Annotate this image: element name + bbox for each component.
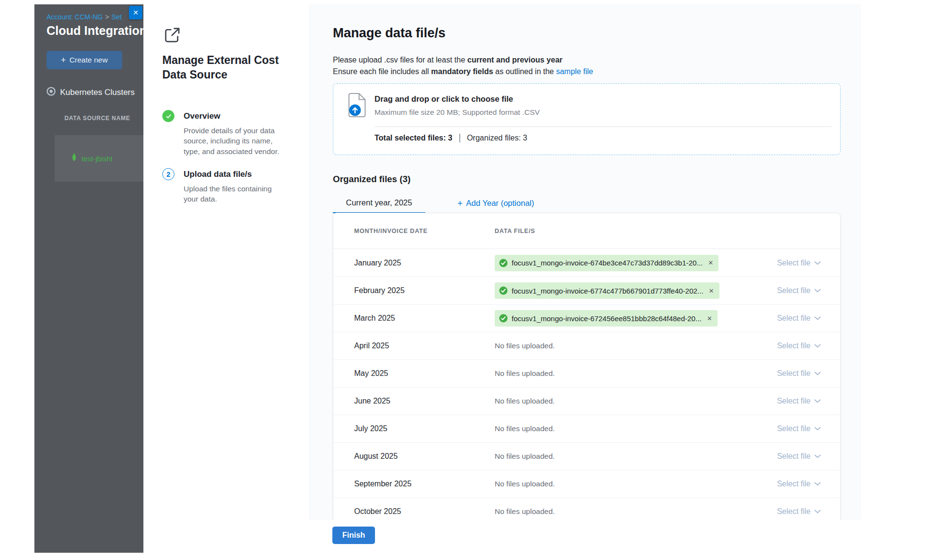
table-row: April 2025 No files uploaded. Select fil… [333,332,840,359]
wizard-title: Manage External Cost Data Source [162,53,298,82]
no-files-text: No files uploaded. [495,342,555,350]
tab-kubernetes-label: Kubernetes Clusters [60,88,135,97]
add-year-button[interactable]: + Add Year (optional) [457,193,534,213]
organized-files-heading: Organized files (3) [333,174,410,185]
select-file-dropdown[interactable]: Select file [777,342,821,350]
instruction-2-text: Ensure each file includes all [333,67,431,76]
file-chip[interactable]: focusv1_mongo-invoice-6774c477b667901d77… [495,282,719,299]
dropzone-divider [375,126,831,127]
file-chip-name: focusv1_mongo-invoice-674be3ce47c73d37dd… [512,259,703,267]
chevron-down-icon [814,289,821,293]
file-chip[interactable]: focusv1_mongo-invoice-674be3ce47c73d37dd… [495,255,718,271]
table-row: August 2025 No files uploaded. Select fi… [333,442,840,470]
select-file-label: Select file [777,507,811,516]
select-file-label: Select file [777,286,811,295]
remove-file-icon[interactable]: ✕ [709,287,714,295]
file-dropzone[interactable]: Drag and drop or click to choose file Ma… [333,83,841,155]
select-file-dropdown[interactable]: Select file [777,369,821,378]
select-file-dropdown[interactable]: Select file [777,452,821,461]
file-chip-name: focusv1_mongo-invoice-672456ee851bbb28c6… [512,314,702,323]
background-page: Account: CCM-NG>Set Cloud Integration + … [34,4,143,553]
year-tabs: Current year, 2025 + Add Year (optional) [333,193,425,213]
page-title: Cloud Integration [47,24,143,38]
file-cell: focusv1_mongo-invoice-6774c477b667901d77… [495,282,777,299]
file-chip-name: focusv1_mongo-invoice-6774c477b667901d77… [512,287,703,295]
instruction-2-text-2: as outlined in the [493,67,556,76]
no-files-text: No files uploaded. [495,480,555,488]
select-file-dropdown[interactable]: Select file [777,507,821,516]
no-files-text: No files uploaded. [495,397,555,405]
select-file-label: Select file [777,397,811,405]
breadcrumb-section-link[interactable]: Set [111,13,122,21]
select-file-dropdown[interactable]: Select file [777,397,821,405]
file-success-check-icon [499,259,508,267]
manage-data-files-panel: Manage data file/s Please upload .csv fi… [310,4,861,520]
select-file-dropdown[interactable]: Select file [777,259,821,267]
table-row: June 2025 No files uploaded. Select file [333,387,840,415]
month-label: June 2025 [354,397,495,405]
breadcrumb-separator: > [105,13,109,21]
sample-file-link[interactable]: sample file [556,67,593,76]
step-complete-check-icon [162,110,174,122]
select-file-label: Select file [777,259,811,267]
chevron-down-icon [814,427,821,431]
select-file-label: Select file [777,424,811,433]
data-source-link[interactable]: test-jbisht [81,155,112,163]
month-label: September 2025 [354,480,495,488]
breadcrumb-account-link[interactable]: Account: CCM-NG [47,13,103,21]
column-header-data-source-name: DATA SOURCE NAME [64,115,130,122]
month-label: March 2025 [354,314,495,323]
step-overview-label: Overview [184,110,286,121]
close-button[interactable]: ✕ [129,6,142,19]
select-file-label: Select file [777,480,811,488]
months-table-card: MONTH/INVOICE DATE DATA FILE/S January 2… [333,213,841,520]
total-selected-files: Total selected files: 3 [375,134,453,142]
data-source-row[interactable]: test-jbisht [55,135,143,182]
close-icon: ✕ [133,9,139,16]
file-cell: No files uploaded. [495,452,777,461]
create-new-button[interactable]: + Create new [47,51,122,69]
wizard-panel: Manage External Cost Data Source Overvie… [143,4,310,553]
file-chip[interactable]: focusv1_mongo-invoice-672456ee851bbb28c6… [495,310,718,327]
file-cell: focusv1_mongo-invoice-672456ee851bbb28c6… [495,310,777,327]
table-row: July 2025 No files uploaded. Select file [333,415,840,442]
no-files-text: No files uploaded. [495,369,555,378]
screen: Account: CCM-NG>Set Cloud Integration + … [0,0,937,560]
panel-title: Manage data file/s [333,26,446,41]
table-row: May 2025 No files uploaded. Select file [333,359,840,387]
select-file-label: Select file [777,369,811,378]
tab-current-year[interactable]: Current year, 2025 [333,193,425,213]
table-row: October 2025 No files uploaded. Select f… [333,498,840,520]
organized-files-count: Organized files: 3 [467,134,528,142]
file-cell: No files uploaded. [495,397,777,405]
plus-icon: + [61,56,66,64]
finish-button[interactable]: Finish [332,527,375,544]
step-overview-description: Provide details of your data source, inc… [184,125,286,156]
select-file-dropdown[interactable]: Select file [777,480,821,488]
wizard-step-upload[interactable]: 2 Upload data file/s Upload the files co… [162,168,297,204]
step-upload-description: Upload the files containing your data. [184,184,286,204]
file-success-check-icon [499,314,508,323]
remove-file-icon[interactable]: ✕ [707,315,712,322]
select-file-dropdown[interactable]: Select file [777,314,821,323]
table-row: February 2025 focusv1_mongo-invoice-6774… [333,277,840,304]
file-cell: No files uploaded. [495,424,777,433]
wizard-step-overview[interactable]: Overview Provide details of your data so… [162,110,297,156]
no-files-text: No files uploaded. [495,424,555,433]
remove-file-icon[interactable]: ✕ [708,259,713,266]
instruction-line-2: Ensure each file includes all mandatory … [333,67,593,76]
kubernetes-icon [47,87,56,98]
upload-file-icon [347,93,368,120]
select-file-dropdown[interactable]: Select file [777,286,821,295]
file-cell: No files uploaded. [495,480,777,488]
tab-kubernetes-clusters[interactable]: Kubernetes Clusters [47,87,135,98]
file-cell: focusv1_mongo-invoice-674be3ce47c73d37dd… [495,255,777,271]
mongodb-leaf-icon [71,153,77,164]
no-files-text: No files uploaded. [495,452,555,461]
file-cell: No files uploaded. [495,507,777,516]
dropzone-title: Drag and drop or click to choose file [375,94,513,104]
column-header-month: MONTH/INVOICE DATE [354,228,495,234]
select-file-dropdown[interactable]: Select file [777,424,821,433]
table-header-row: MONTH/INVOICE DATE DATA FILE/S [333,213,840,249]
no-files-text: No files uploaded. [495,507,555,516]
